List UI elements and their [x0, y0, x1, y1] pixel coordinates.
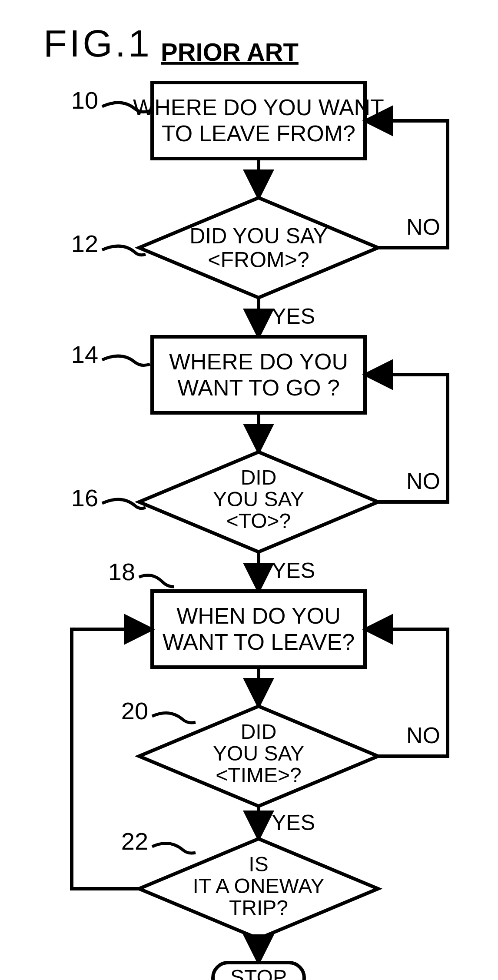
edge-16-yes-label: YES — [272, 558, 315, 583]
node-10-line2: TO LEAVE FROM? — [162, 121, 355, 146]
node-22: IS IT A ONEWAY TRIP? — [139, 839, 378, 939]
node-18-line2: WANT TO LEAVE? — [163, 629, 355, 654]
figure-subtitle: PRIOR ART — [161, 38, 299, 66]
ref-22: 22 — [121, 827, 148, 855]
node-12: DID YOU SAY <FROM>? — [139, 198, 378, 298]
node-20: DID YOU SAY <TIME>? — [139, 706, 378, 806]
node-22-line1: IS — [249, 853, 268, 876]
node-stop-label: STOP — [230, 966, 287, 980]
node-10-line1: WHERE DO YOU WANT — [133, 95, 384, 120]
node-16-line3: <TO>? — [226, 509, 291, 532]
ref-20-leader — [152, 713, 196, 723]
node-16-line2: YOU SAY — [213, 488, 304, 511]
edge-20-yes-label: YES — [272, 811, 315, 835]
ref-22-leader — [152, 843, 196, 853]
node-20-line3: <TIME>? — [216, 764, 301, 787]
ref-12: 12 — [71, 230, 98, 257]
ref-18-leader — [139, 575, 174, 587]
edge-12-yes-label: YES — [272, 304, 315, 329]
ref-14-leader — [102, 356, 150, 365]
figure-label: FIG.1 — [43, 22, 152, 65]
node-22-line2: IT A ONEWAY — [193, 874, 324, 897]
node-22-line3: TRIP? — [229, 896, 288, 919]
node-10: WHERE DO YOU WANT TO LEAVE FROM? — [133, 83, 384, 159]
edge-20-no-label: NO — [406, 723, 440, 748]
ref-20: 20 — [121, 697, 148, 724]
flowchart-diagram: FIG.1 PRIOR ART WHERE DO YOU WANT TO LEA… — [0, 0, 498, 980]
node-18-line1: WHEN DO YOU — [176, 603, 341, 628]
ref-14: 14 — [71, 341, 98, 368]
ref-18: 18 — [108, 558, 135, 585]
node-20-line2: YOU SAY — [213, 742, 304, 765]
node-stop: STOP — [213, 963, 304, 980]
node-16: DID YOU SAY <TO>? — [139, 452, 378, 552]
node-12-line1: DID YOU SAY — [189, 224, 328, 248]
node-12-line2: <FROM>? — [208, 248, 309, 272]
node-20-line1: DID — [241, 720, 277, 743]
node-16-line1: DID — [241, 466, 277, 489]
edge-12-no-label: NO — [406, 214, 440, 239]
node-14: WHERE DO YOU WANT TO GO ? — [152, 337, 365, 413]
node-18: WHEN DO YOU WANT TO LEAVE? — [152, 591, 365, 667]
node-14-line2: WANT TO GO ? — [177, 375, 340, 400]
node-14-line1: WHERE DO YOU — [169, 349, 348, 374]
ref-10: 10 — [71, 86, 98, 114]
edge-16-no-label: NO — [406, 468, 440, 494]
ref-16: 16 — [71, 484, 98, 512]
